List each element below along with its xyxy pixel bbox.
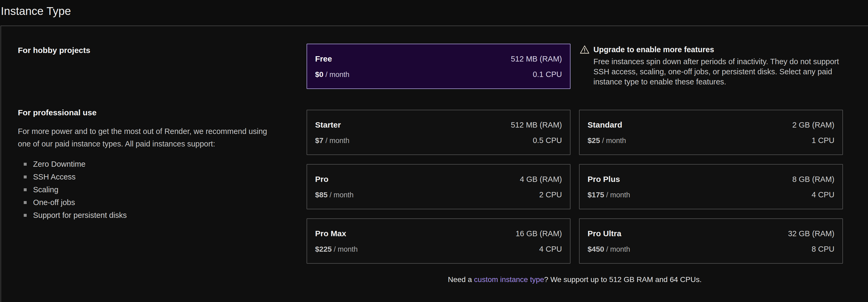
list-item: One-off jobs — [18, 196, 274, 209]
feature-label: Support for persistent disks — [33, 211, 127, 220]
instance-name: Pro — [315, 175, 329, 184]
instance-cpu: 8 CPU — [812, 245, 834, 254]
instance-cpu: 2 CPU — [539, 191, 562, 199]
instance-price-period: / month — [334, 245, 358, 253]
custom-instance-type-link[interactable]: custom instance type — [474, 275, 544, 283]
list-item: SSH Access — [18, 170, 274, 183]
instance-card-pro[interactable]: Pro 4 GB (RAM) $85 / month 2 CPU — [307, 164, 570, 209]
feature-label: SSH Access — [33, 173, 76, 181]
professional-section-description: For more power and to get the most out o… — [18, 125, 271, 150]
instance-card-standard[interactable]: Standard 2 GB (RAM) $25 / month 1 CPU — [579, 110, 843, 155]
instance-ram: 4 GB (RAM) — [520, 175, 562, 184]
custom-instance-note: Need a custom instance type? We support … — [307, 274, 843, 285]
instance-price: $7 — [315, 136, 323, 145]
instance-price: $225 — [315, 245, 332, 253]
custom-note-prefix: Need a — [448, 275, 474, 283]
list-item: Support for persistent disks — [18, 209, 274, 222]
instance-price: $25 — [588, 136, 600, 145]
hobby-section-label: For hobby projects — [18, 45, 90, 56]
bullet-icon — [24, 214, 27, 217]
instance-price: $85 — [315, 191, 328, 199]
instance-ram: 32 GB (RAM) — [788, 229, 834, 238]
instance-ram: 8 GB (RAM) — [792, 175, 834, 184]
instance-name: Free — [315, 54, 332, 63]
instance-price: $450 — [588, 245, 604, 253]
warning-title: Upgrade to enable more features — [593, 44, 841, 55]
instance-price-period: / month — [602, 137, 626, 145]
instance-ram: 16 GB (RAM) — [516, 229, 562, 238]
list-item: Zero Downtime — [18, 158, 274, 170]
instance-price-period: / month — [326, 71, 349, 78]
professional-section: For professional use For more power and … — [18, 108, 274, 222]
instance-card-pro-plus[interactable]: Pro Plus 8 GB (RAM) $175 / month 4 CPU — [579, 164, 843, 209]
instance-price-period: / month — [606, 191, 630, 199]
custom-note-suffix: ? We support up to 512 GB RAM and 64 CPU… — [544, 275, 702, 283]
bullet-icon — [24, 163, 27, 166]
feature-label: One-off jobs — [33, 198, 75, 207]
instance-ram: 512 MB (RAM) — [511, 55, 562, 63]
instance-cpu: 0.1 CPU — [533, 70, 562, 79]
instance-price-period: / month — [606, 245, 630, 253]
bullet-icon — [24, 175, 27, 178]
instance-cpu: 4 CPU — [539, 245, 562, 254]
instance-name: Pro Ultra — [588, 229, 621, 238]
instance-ram: 512 MB (RAM) — [511, 121, 562, 129]
instance-type-panel: For hobby projects For professional use … — [1, 26, 868, 302]
instance-card-pro-ultra[interactable]: Pro Ultra 32 GB (RAM) $450 / month 8 CPU — [579, 219, 843, 264]
feature-label: Zero Downtime — [33, 160, 86, 169]
instance-card-pro-max[interactable]: Pro Max 16 GB (RAM) $225 / month 4 CPU — [307, 219, 570, 264]
paid-feature-list: Zero Downtime SSH Access Scaling One-off… — [18, 158, 274, 222]
instance-price: $0 — [315, 70, 323, 78]
instance-ram: 2 GB (RAM) — [792, 121, 834, 129]
instance-name: Pro Plus — [588, 175, 620, 184]
bullet-icon — [24, 201, 27, 204]
page-title: Instance Type — [1, 3, 71, 20]
instance-name: Standard — [588, 121, 622, 129]
instance-price-period: / month — [326, 137, 349, 145]
bullet-icon — [24, 188, 27, 191]
instance-name: Pro Max — [315, 229, 346, 238]
instance-price-period: / month — [330, 191, 353, 199]
instance-cpu: 1 CPU — [812, 136, 834, 145]
instance-price: $175 — [588, 191, 604, 199]
warning-triangle-icon — [580, 45, 590, 54]
instance-cards: Free 512 MB (RAM) $0 / month 0.1 CPU Upg… — [307, 44, 843, 285]
professional-section-label: For professional use — [18, 108, 274, 118]
instance-cpu: 4 CPU — [812, 191, 834, 199]
instance-card-free[interactable]: Free 512 MB (RAM) $0 / month 0.1 CPU — [307, 44, 570, 89]
warning-body: Free instances spin down after periods o… — [593, 57, 841, 87]
instance-cpu: 0.5 CPU — [533, 136, 562, 145]
feature-label: Scaling — [33, 186, 58, 194]
instance-name: Starter — [315, 121, 341, 129]
upgrade-warning-note: Upgrade to enable more features Free ins… — [579, 44, 843, 89]
list-item: Scaling — [18, 183, 274, 196]
instance-card-starter[interactable]: Starter 512 MB (RAM) $7 / month 0.5 CPU — [307, 110, 570, 155]
